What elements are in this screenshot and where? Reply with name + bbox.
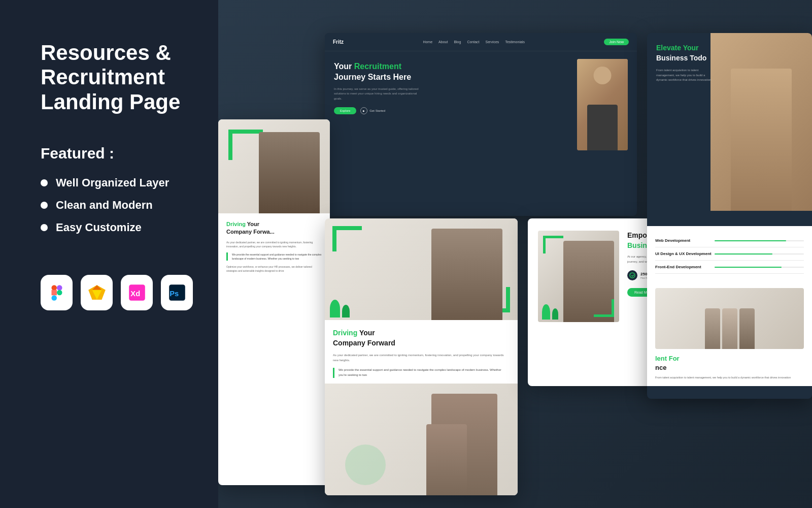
right-area: Fritz Home About Blog Contact Services T… — [218, 0, 812, 508]
preview-main-landing: Fritz Home About Blog Contact Services T… — [325, 33, 637, 216]
service-item-web: Web Development — [655, 234, 804, 247]
pc-title: Driving YourCompany Forward — [333, 328, 510, 348]
pc-quote: We provide the essential support and gui… — [333, 368, 510, 377]
bullet-icon — [41, 224, 48, 231]
pr-image — [538, 231, 619, 322]
pfr-hero-person — [731, 69, 792, 211]
person-photo — [577, 59, 628, 150]
photoshop-icon: Ps — [161, 275, 193, 310]
nav-link-testimonials: Testimonials — [505, 40, 525, 44]
nav-logo: Fritz — [333, 39, 344, 45]
pfr-title: Elevate YourBusiness Todo — [656, 43, 727, 63]
pfr-meeting-persons — [705, 308, 755, 349]
explore-button[interactable]: Explore — [334, 107, 356, 114]
svg-rect-0 — [51, 285, 57, 291]
service-web-label: Web Development — [655, 238, 690, 243]
service-ui-bar — [715, 253, 804, 255]
pl-quote-text: We provide the essential support and gui… — [232, 252, 322, 261]
meeting-person-3 — [739, 308, 755, 349]
nav-link-contact: Contact — [467, 40, 479, 44]
meeting-person-1 — [705, 308, 720, 349]
service-ui-bar-fill — [715, 253, 772, 255]
preview-far-right: Elevate YourBusiness Todo From talent ac… — [647, 33, 812, 399]
sketch-icon — [81, 275, 113, 310]
tools-row: Xd Ps — [41, 275, 193, 310]
person-face — [594, 67, 612, 84]
preview-navbar: Fritz Home About Blog Contact Services T… — [325, 33, 637, 51]
pl-top-image — [218, 119, 330, 213]
img-accent-h — [546, 236, 563, 238]
featured-label: Featured : — [41, 145, 193, 162]
preview-center-driving: Driving YourCompany Forward As your dedi… — [325, 218, 518, 495]
svg-text:Ps: Ps — [170, 290, 179, 298]
pl-person-image — [259, 132, 320, 213]
green-accent-tl-v — [332, 226, 336, 251]
pfr-meeting-image — [655, 288, 804, 349]
adobe-xd-icon: Xd — [121, 275, 153, 310]
pr-person — [563, 241, 614, 322]
hero-description: In this journey, we serve as your truste… — [334, 87, 425, 102]
pfr-elevate-desc: From talent acquisition to talent manage… — [655, 375, 804, 380]
img-accent-br-h — [594, 314, 612, 317]
green-accent-v — [228, 130, 232, 160]
pc-person-image — [431, 229, 502, 320]
service-web-bar — [715, 240, 804, 241]
left-panel: Resources & Recruitment Landing Page Fea… — [0, 0, 218, 508]
play-icon: ▶ — [360, 107, 367, 114]
svg-rect-1 — [51, 290, 57, 296]
person-body — [587, 105, 618, 150]
pl-section-title: Driving YourCompany Forwa... — [226, 220, 322, 236]
nav-cta-button[interactable]: Join Now — [604, 39, 629, 45]
features-list: Well Organized Layer Clean and Modern Ea… — [41, 176, 193, 234]
service-item-ui: UI Design & UX Development — [655, 247, 804, 261]
feature-item: Clean and Modern — [41, 199, 193, 212]
pfr-elevate-title: lent Fornce — [655, 354, 804, 372]
service-frontend-bar-fill — [715, 267, 782, 268]
pfr-hero: Elevate YourBusiness Todo From talent ac… — [647, 33, 812, 226]
pc-quote-text: We provide the essential support and gui… — [339, 368, 510, 377]
figma-icon — [41, 275, 73, 310]
meeting-person-2 — [722, 308, 737, 349]
pc-bottom-image — [325, 384, 518, 495]
hero-person-image — [572, 56, 628, 158]
pl-content: Driving YourCompany Forwa... As your ded… — [218, 213, 330, 280]
pfr-desc: From talent acquisition to talent manage… — [656, 68, 717, 83]
pfr-services: Web Development UI Design & UX Developme… — [647, 226, 812, 282]
img-accent-v — [543, 236, 546, 253]
svg-rect-3 — [57, 285, 62, 291]
svg-point-14 — [630, 273, 635, 278]
stat-jobs-icon — [627, 270, 637, 280]
pc-description: As your dedicated partner, we are commit… — [333, 353, 510, 363]
svg-rect-2 — [51, 295, 57, 301]
bullet-icon — [41, 179, 48, 186]
page-title: Resources & Recruitment Landing Page — [41, 41, 193, 114]
pl-desc2: Optimize your workforce, or enhance your… — [226, 265, 322, 273]
pl-quote: We provide the essential support and gui… — [226, 252, 322, 261]
get-started-button[interactable]: ▶ Get Started — [360, 107, 385, 114]
pc-bottom-person-2 — [426, 424, 467, 495]
pc-bottom-circle — [345, 444, 386, 485]
pr-tree-1 — [542, 304, 550, 320]
tree-icon-2 — [342, 305, 350, 318]
feature-item: Well Organized Layer — [41, 176, 193, 189]
preview-hero: Your Recruitment Journey Starts Here In … — [325, 51, 637, 124]
img-accent-br-v — [612, 299, 614, 317]
pl-desc: As your dedicated partner, we are commit… — [226, 240, 322, 248]
pr-tree-2 — [552, 308, 558, 320]
svg-text:Xd: Xd — [130, 290, 140, 298]
pc-top-image — [325, 218, 518, 320]
service-frontend-bar — [715, 267, 804, 268]
service-frontend-label: Front-End Development — [655, 265, 701, 269]
nav-link-services: Services — [486, 40, 499, 44]
bullet-icon — [41, 202, 48, 209]
person-silhouette — [577, 59, 628, 150]
green-accent-tl-h — [336, 226, 362, 230]
pfr-meeting-section: lent Fornce From talent acquisition to t… — [647, 282, 812, 386]
green-accent-h — [232, 130, 263, 134]
service-item-frontend: Front-End Development — [655, 261, 804, 274]
nav-links: Home About Blog Contact Services Testimo… — [423, 40, 524, 44]
service-web-bar-fill — [715, 240, 786, 241]
service-ui-label: UI Design & UX Development — [655, 251, 712, 256]
feature-item: Easy Customize — [41, 221, 193, 234]
svg-point-4 — [57, 290, 62, 296]
